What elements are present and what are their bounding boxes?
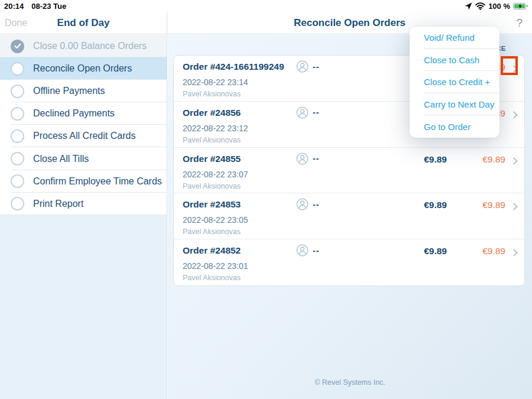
sidebar-item-label: Declined Payments <box>33 108 115 119</box>
order-balance: €9.89 <box>482 154 505 165</box>
chevron-right-icon[interactable] <box>510 249 518 257</box>
order-balance: €9.89 <box>482 200 505 210</box>
order-employee: Pavel Aksionovas <box>183 90 241 98</box>
customer-placeholder: -- <box>313 108 319 117</box>
customer-placeholder: -- <box>313 154 319 163</box>
order-employee: Pavel Aksionovas <box>183 228 241 236</box>
help-button[interactable]: ? <box>516 17 523 30</box>
sidebar-item-label: Print Report <box>33 199 83 209</box>
popup-item-close-to-credit[interactable]: Close to Credit + <box>410 71 499 93</box>
order-balance: €9.89 <box>482 246 505 257</box>
sidebar-item-offline-payments[interactable]: Offline Payments <box>0 80 167 102</box>
order-number: Order #24856 <box>183 108 241 118</box>
order-number: Order #424-1661199249 <box>183 61 284 72</box>
order-datetime: 2022-08-22 23:12 <box>183 124 248 133</box>
order-employee: Pavel Aksionovas <box>183 182 241 190</box>
order-row[interactable]: Order #24853 -- 2022-08-22 23:05 Pavel A… <box>174 193 524 239</box>
location-arrow-icon <box>465 2 472 10</box>
status-time: 20:14 <box>4 2 24 11</box>
sidebar-item-label: Reconcile Open Orders <box>33 63 132 74</box>
radio-circle-icon <box>11 152 24 166</box>
battery-charging-icon <box>513 3 528 9</box>
radio-circle-icon <box>11 129 24 143</box>
order-employee: Pavel Aksionovas <box>183 274 241 282</box>
order-row[interactable]: Order #24855 -- 2022-08-22 23:07 Pavel A… <box>174 148 524 194</box>
customer-icon <box>296 244 309 257</box>
customer-placeholder: -- <box>313 200 319 209</box>
status-bar: 20:14 08-23 Tue 100 % <box>0 0 532 12</box>
order-number: Order #24852 <box>183 245 241 256</box>
checkmark-circle-icon <box>11 40 24 53</box>
chevron-right-icon[interactable] <box>510 203 518 211</box>
order-datetime: 2022-08-22 23:05 <box>183 215 248 225</box>
order-row[interactable]: Order #24852 -- 2022-08-22 23:01 Pavel A… <box>174 239 524 286</box>
sidebar-header: Done End of Day <box>0 12 167 34</box>
copyright-text: © Revel Systems Inc. <box>168 378 532 387</box>
radio-circle-icon <box>11 174 24 188</box>
customer-icon <box>296 153 309 165</box>
order-number: Order #24855 <box>183 154 241 164</box>
chevron-right-icon[interactable] <box>510 111 518 119</box>
sidebar-item-print-report[interactable]: Print Report <box>0 193 167 215</box>
customer-placeholder: -- <box>313 62 319 72</box>
sidebar-item-label: Close All Tills <box>33 154 89 164</box>
order-amount: €9.89 <box>424 200 447 210</box>
popup-item-go-to-order[interactable]: Go to Order <box>410 115 499 138</box>
customer-icon <box>296 60 309 73</box>
popup-item-close-to-cash[interactable]: Close to Cash <box>410 49 499 72</box>
order-datetime: 2022-08-22 23:07 <box>183 170 248 179</box>
customer-placeholder: -- <box>313 246 319 255</box>
sidebar-item-declined-payments[interactable]: Declined Payments <box>0 102 167 125</box>
sidebar-item-label: Offline Payments <box>33 86 105 96</box>
order-customer: -- <box>296 244 319 257</box>
radio-circle-icon <box>11 197 24 210</box>
radio-circle-icon <box>11 107 24 121</box>
battery-percent: 100 % <box>488 2 510 11</box>
end-of-day-checklist: Close 0.00 Balance Orders Reconcile Open… <box>0 35 167 399</box>
sidebar-item-close-zero-balance-orders[interactable]: Close 0.00 Balance Orders <box>0 35 167 57</box>
popup-item-carry-to-next-day[interactable]: Carry to Next Day <box>410 93 499 116</box>
sidebar-item-process-all-credit-cards[interactable]: Process All Credit Cards <box>0 125 167 147</box>
order-amount: €9.89 <box>424 154 447 165</box>
sidebar-item-confirm-employee-time-cards[interactable]: Confirm Employee Time Cards <box>0 170 167 193</box>
order-amount: €9.89 <box>424 246 447 257</box>
sidebar-item-label: Close 0.00 Balance Orders <box>33 41 147 51</box>
order-datetime: 2022-08-22 23:14 <box>183 77 248 87</box>
order-customer: -- <box>296 153 319 165</box>
order-actions-popup: Void/ Refund Close to Cash Close to Cred… <box>410 27 499 138</box>
order-customer: -- <box>296 106 319 119</box>
order-customer: -- <box>296 198 319 210</box>
chevron-right-icon[interactable] <box>510 157 518 165</box>
sidebar-item-reconcile-open-orders[interactable]: Reconcile Open Orders <box>0 57 167 80</box>
radio-circle-icon <box>11 85 24 98</box>
order-number: Order #24853 <box>183 199 241 210</box>
click-highlight-box <box>501 56 518 75</box>
sidebar-item-close-all-tills[interactable]: Close All Tills <box>0 147 167 170</box>
customer-icon <box>296 106 309 119</box>
order-datetime: 2022-08-22 23:01 <box>183 261 248 271</box>
wifi-icon <box>475 2 485 10</box>
status-date: 08-23 Tue <box>31 2 66 11</box>
customer-icon <box>296 198 309 210</box>
order-customer: -- <box>296 60 319 73</box>
popup-item-void-refund[interactable]: Void/ Refund <box>410 27 499 49</box>
order-employee: Pavel Aksionovas <box>183 136 241 144</box>
done-button[interactable]: Done <box>5 18 27 28</box>
sidebar-item-label: Process All Credit Cards <box>33 131 135 141</box>
sidebar-item-label: Confirm Employee Time Cards <box>33 176 162 187</box>
radio-circle-icon <box>11 62 24 76</box>
